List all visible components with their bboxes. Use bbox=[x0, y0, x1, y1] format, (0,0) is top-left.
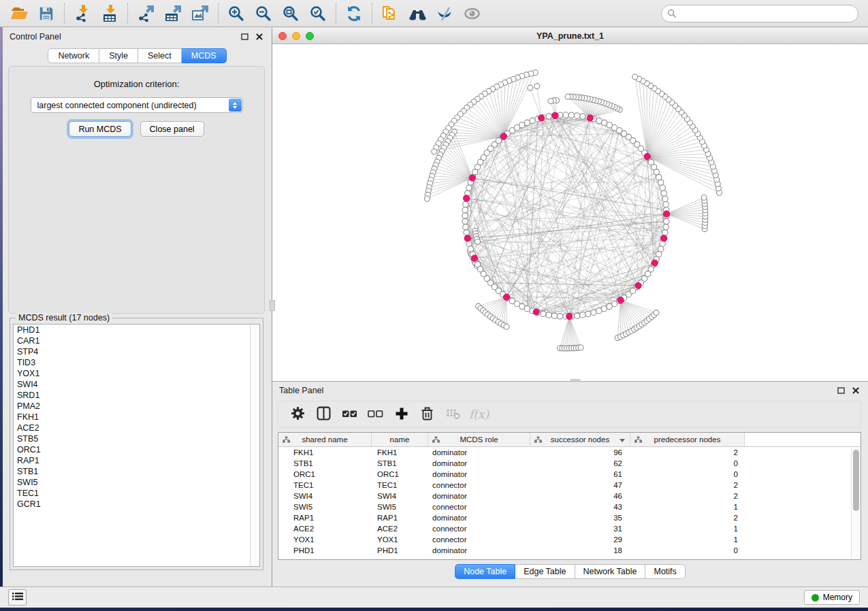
table-cell[interactable]: 62 bbox=[530, 458, 630, 469]
tab-node-table[interactable]: Node Table bbox=[455, 564, 515, 579]
table-cell[interactable]: connector bbox=[428, 501, 530, 512]
table-cell[interactable]: 31 bbox=[530, 523, 630, 534]
table-row[interactable]: YOX1YOX1connector291 bbox=[278, 534, 861, 545]
table-cell[interactable]: SWI5 bbox=[278, 501, 372, 512]
table-cell[interactable]: TEC1 bbox=[372, 480, 428, 491]
table-cell[interactable]: 61 bbox=[530, 469, 630, 480]
zoom-selected-button[interactable] bbox=[304, 2, 332, 25]
mcds-result-item[interactable]: ACE2 bbox=[14, 423, 259, 433]
mcds-result-item[interactable]: STB5 bbox=[14, 433, 259, 444]
zoom-fit-button[interactable] bbox=[277, 2, 304, 25]
table-cell[interactable]: RAP1 bbox=[278, 512, 372, 523]
table-cell[interactable]: dominator bbox=[428, 545, 530, 556]
table-cell[interactable]: ACE2 bbox=[278, 523, 372, 534]
mcds-result-item[interactable]: SWI5 bbox=[14, 477, 259, 488]
float-table-panel-button[interactable] bbox=[835, 385, 846, 396]
zoom-in-button[interactable] bbox=[223, 2, 250, 25]
column-header-MCDS-role[interactable]: MCDS role bbox=[428, 433, 530, 446]
close-panel-button[interactable] bbox=[254, 31, 265, 42]
table-cell[interactable]: 1 bbox=[630, 501, 745, 512]
table-cell[interactable]: 2 bbox=[630, 447, 745, 458]
hide-selected-button[interactable] bbox=[431, 2, 458, 25]
network-window-titlebar[interactable]: YPA_prune.txt_1 bbox=[272, 28, 868, 44]
table-row[interactable]: SWI5SWI5connector431 bbox=[278, 501, 861, 512]
tab-select[interactable]: Select bbox=[138, 48, 182, 63]
mcds-result-item[interactable]: STP4 bbox=[14, 346, 259, 357]
mcds-result-item[interactable]: STB1 bbox=[14, 466, 259, 477]
network-canvas[interactable] bbox=[272, 44, 868, 381]
table-row[interactable]: STB1STB1dominator620 bbox=[278, 458, 861, 469]
zoom-out-button[interactable] bbox=[250, 2, 277, 25]
table-cell[interactable]: RAP1 bbox=[372, 512, 428, 523]
table-cell[interactable]: 18 bbox=[530, 545, 630, 556]
table-cell[interactable]: STB1 bbox=[278, 458, 372, 469]
table-cell[interactable]: SWI5 bbox=[372, 501, 428, 512]
binoculars-button[interactable] bbox=[404, 2, 431, 25]
export-network-button[interactable] bbox=[132, 2, 159, 25]
mcds-result-item[interactable]: ORC1 bbox=[14, 444, 259, 455]
open-session-button[interactable] bbox=[5, 2, 33, 25]
tab-style[interactable]: Style bbox=[99, 48, 138, 63]
close-table-panel-button[interactable] bbox=[850, 385, 861, 396]
mcds-result-item[interactable]: YOX1 bbox=[14, 368, 259, 379]
table-cell[interactable]: ACE2 bbox=[372, 523, 428, 534]
table-cell[interactable]: YOX1 bbox=[278, 534, 372, 545]
export-table-button[interactable] bbox=[159, 2, 187, 25]
table-row[interactable]: TEC1TEC1connector472 bbox=[278, 480, 861, 491]
import-network-button[interactable] bbox=[69, 2, 96, 25]
memory-button[interactable]: Memory bbox=[804, 590, 860, 605]
mcds-result-item[interactable]: PHD1 bbox=[14, 325, 259, 335]
mcds-result-item[interactable]: RAP1 bbox=[14, 455, 259, 466]
table-cell[interactable]: PHD1 bbox=[372, 545, 428, 556]
mcds-result-item[interactable]: FKH1 bbox=[14, 412, 259, 423]
horizontal-splitter-grip[interactable] bbox=[570, 379, 580, 381]
table-cell[interactable]: 43 bbox=[530, 501, 630, 512]
table-row[interactable]: PHD1PHD1dominator180 bbox=[278, 545, 861, 556]
table-cell[interactable]: dominator bbox=[428, 491, 530, 501]
tab-mcds[interactable]: MCDS bbox=[182, 48, 227, 63]
table-cell[interactable]: 46 bbox=[530, 491, 630, 501]
table-cell[interactable]: TEC1 bbox=[278, 480, 372, 491]
table-row[interactable]: RAP1RAP1dominator352 bbox=[278, 512, 861, 523]
table-cell[interactable]: ORC1 bbox=[372, 469, 428, 480]
search-input[interactable] bbox=[661, 5, 858, 22]
table-row[interactable]: FKH1FKH1dominator962 bbox=[278, 447, 861, 458]
table-cell[interactable]: dominator bbox=[428, 447, 530, 458]
table-cell[interactable]: STB1 bbox=[372, 458, 428, 469]
table-cell[interactable]: 1 bbox=[630, 534, 745, 545]
table-cell[interactable]: connector bbox=[428, 534, 530, 545]
tab-network[interactable]: Network bbox=[48, 48, 99, 63]
mcds-result-item[interactable]: TID3 bbox=[14, 357, 259, 368]
table-cell[interactable]: 0 bbox=[630, 545, 745, 556]
function-builder-button[interactable]: f(x) bbox=[468, 404, 490, 425]
task-history-button[interactable] bbox=[8, 589, 27, 606]
delete-table-button[interactable] bbox=[442, 404, 464, 425]
table-cell[interactable]: ORC1 bbox=[278, 469, 372, 480]
column-header-successor-nodes[interactable]: successor nodes bbox=[530, 433, 630, 446]
table-cell[interactable]: SWI4 bbox=[372, 491, 428, 501]
close-mcds-panel-button[interactable]: Close panel bbox=[140, 121, 204, 137]
table-cell[interactable]: 1 bbox=[630, 523, 745, 534]
table-cell[interactable]: connector bbox=[428, 480, 530, 491]
table-cell[interactable]: dominator bbox=[428, 469, 530, 480]
float-panel-button[interactable] bbox=[239, 31, 250, 42]
show-column-selector-button[interactable] bbox=[312, 404, 335, 425]
table-cell[interactable]: dominator bbox=[428, 458, 530, 469]
table-row[interactable]: ACE2ACE2connector311 bbox=[278, 523, 861, 534]
table-cell[interactable]: 2 bbox=[630, 480, 745, 491]
table-cell[interactable]: 0 bbox=[630, 469, 745, 480]
table-cell[interactable]: 29 bbox=[530, 534, 630, 545]
column-header-predecessor-nodes[interactable]: predecessor nodes bbox=[630, 433, 745, 446]
mcds-result-item[interactable]: CAR1 bbox=[14, 335, 259, 346]
table-cell[interactable]: FKH1 bbox=[278, 447, 372, 458]
mcds-result-item[interactable]: TEC1 bbox=[14, 488, 259, 499]
mcds-list-scrollbar[interactable] bbox=[250, 325, 259, 566]
table-scrollbar[interactable] bbox=[851, 448, 860, 559]
table-cell[interactable]: 2 bbox=[630, 512, 745, 523]
table-row[interactable]: ORC1ORC1dominator610 bbox=[278, 469, 861, 480]
save-session-button[interactable] bbox=[33, 2, 60, 25]
tab-network-table[interactable]: Network Table bbox=[575, 564, 646, 579]
table-row[interactable]: SWI4SWI4dominator462 bbox=[278, 491, 861, 501]
show-all-button[interactable] bbox=[458, 2, 485, 25]
table-cell[interactable]: FKH1 bbox=[372, 447, 428, 458]
